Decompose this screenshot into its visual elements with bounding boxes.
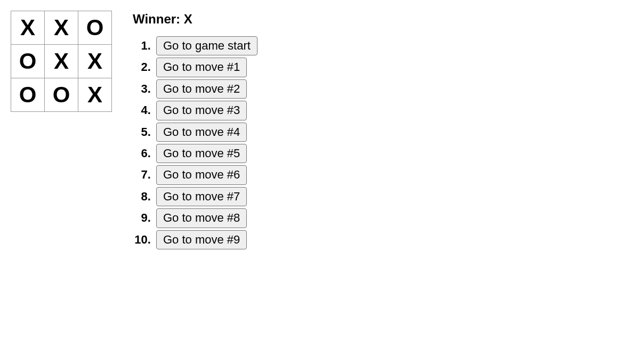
- square-1[interactable]: X: [44, 11, 78, 45]
- board-row: O X X: [11, 44, 111, 78]
- history-item: Go to move #8: [154, 207, 257, 229]
- square-4[interactable]: X: [44, 44, 78, 78]
- move-history-list: Go to game start Go to move #1 Go to mov…: [133, 35, 257, 250]
- square-0[interactable]: X: [11, 11, 45, 45]
- board-row: X X O: [11, 11, 111, 44]
- history-item: Go to move #2: [154, 78, 257, 100]
- square-5[interactable]: X: [78, 44, 112, 78]
- square-6[interactable]: O: [11, 78, 45, 112]
- game-status: Winner: X: [133, 12, 257, 27]
- goto-move-3-button[interactable]: Go to move #3: [156, 101, 247, 120]
- square-8[interactable]: X: [78, 78, 112, 112]
- goto-start-button[interactable]: Go to game start: [156, 36, 257, 55]
- goto-move-6-button[interactable]: Go to move #6: [156, 165, 247, 184]
- history-item: Go to move #9: [154, 229, 257, 250]
- goto-move-4-button[interactable]: Go to move #4: [156, 123, 247, 142]
- history-item: Go to move #5: [154, 143, 257, 164]
- square-2[interactable]: O: [78, 11, 112, 45]
- square-7[interactable]: O: [44, 78, 78, 112]
- history-item: Go to move #7: [154, 186, 257, 207]
- board-row: O O X: [11, 78, 111, 111]
- goto-move-5-button[interactable]: Go to move #5: [156, 144, 247, 163]
- goto-move-7-button[interactable]: Go to move #7: [156, 187, 247, 206]
- history-item: Go to move #3: [154, 100, 257, 121]
- history-item: Go to move #6: [154, 164, 257, 185]
- goto-move-2-button[interactable]: Go to move #2: [156, 79, 247, 99]
- game-board: X X O O X X O O X: [11, 11, 111, 111]
- history-item: Go to move #1: [154, 56, 257, 78]
- goto-move-9-button[interactable]: Go to move #9: [156, 230, 247, 249]
- game-info: Winner: X Go to game start Go to move #1…: [133, 11, 257, 250]
- goto-move-1-button[interactable]: Go to move #1: [156, 58, 247, 77]
- goto-move-8-button[interactable]: Go to move #8: [156, 208, 247, 228]
- square-3[interactable]: O: [11, 44, 45, 78]
- history-item: Go to game start: [154, 35, 257, 56]
- history-item: Go to move #4: [154, 122, 257, 143]
